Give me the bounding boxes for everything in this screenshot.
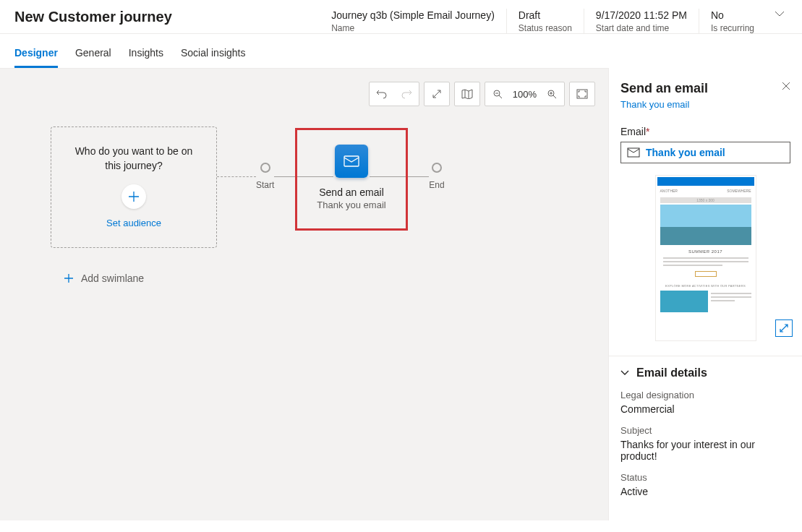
email-lookup-field[interactable]: Thank you email [620,142,790,163]
page-title: New Customer journey [14,9,320,25]
close-icon[interactable] [782,81,790,93]
email-icon [335,145,368,178]
preview-banner [657,177,754,186]
preview-hero-image [660,205,751,245]
zoom-out-button[interactable] [485,82,510,106]
minimap-button[interactable] [455,82,479,106]
redo-button[interactable] [394,82,419,106]
plus-icon [64,273,74,283]
meta-start-date[interactable]: 9/17/2020 11:52 PM Start date and time [584,9,699,33]
email-record-link[interactable]: Thank you email [620,99,790,110]
end-dot-icon [432,163,442,173]
meta-recurring[interactable]: No Is recurring [699,9,766,33]
detail-label: Status [620,472,790,483]
tab-general[interactable]: General [75,47,111,68]
meta-name[interactable]: Journey q3b (Simple Email Journey) Name [320,9,506,33]
end-node: End [429,163,444,190]
preview-cta [695,271,717,277]
detail-label: Subject [620,425,790,436]
tab-designer[interactable]: Designer [14,47,58,68]
expand-preview-button[interactable] [775,319,793,337]
add-audience-button[interactable] [121,184,146,209]
start-node: Start [256,163,274,190]
panel-title: Send an email [620,81,708,96]
properties-panel: Send an email Thank you email Email* Tha… [608,68,802,520]
add-swimlane-button[interactable]: Add swimlane [64,273,217,284]
preview-pool-image [660,291,709,312]
start-dot-icon [260,163,270,173]
audience-prompt: Who do you want to be on this journey? [51,145,216,173]
tab-bar: Designer General Insights Social insight… [0,47,802,68]
audience-placeholder[interactable]: Who do you want to be on this journey? S… [51,126,217,248]
tab-insights[interactable]: Insights [129,47,163,68]
chevron-down-icon [620,369,629,377]
chevron-down-icon[interactable] [766,9,788,19]
canvas-toolbar: 100% [369,82,595,106]
tile-title: Send an email [319,186,384,198]
header-meta: Journey q3b (Simple Email Journey) Name … [320,9,766,33]
detail-value: Thanks for your interest in our product! [620,439,790,462]
tab-social-insights[interactable]: Social insights [181,47,246,68]
email-details-section[interactable]: Email details [620,366,790,379]
fit-button[interactable] [425,82,449,106]
tile-subtitle: Thank you email [317,200,385,210]
meta-status[interactable]: Draft Status reason [506,9,584,33]
detail-value: Active [620,486,790,497]
zoom-in-button[interactable] [539,82,564,106]
set-audience-link[interactable]: Set audience [106,218,161,228]
designer-canvas[interactable]: 100% Who do you want to be on this journ… [0,68,608,520]
detail-label: Legal designation [620,390,790,400]
zoom-level: 100% [510,89,539,100]
send-email-tile[interactable]: Send an email Thank you email [295,128,408,231]
fullscreen-button[interactable] [570,82,594,106]
undo-button[interactable] [370,82,394,106]
detail-value: Commercial [620,403,790,415]
email-preview: ANOTHERSOMEWHERE 1350 x 300 SUMMER 2017 … [655,175,756,341]
mail-icon [627,147,640,158]
connector-dashed [217,176,256,177]
email-field-label: Email* [620,126,790,137]
page-header: New Customer journey Journey q3b (Simple… [0,0,802,34]
svg-rect-3 [344,156,359,166]
